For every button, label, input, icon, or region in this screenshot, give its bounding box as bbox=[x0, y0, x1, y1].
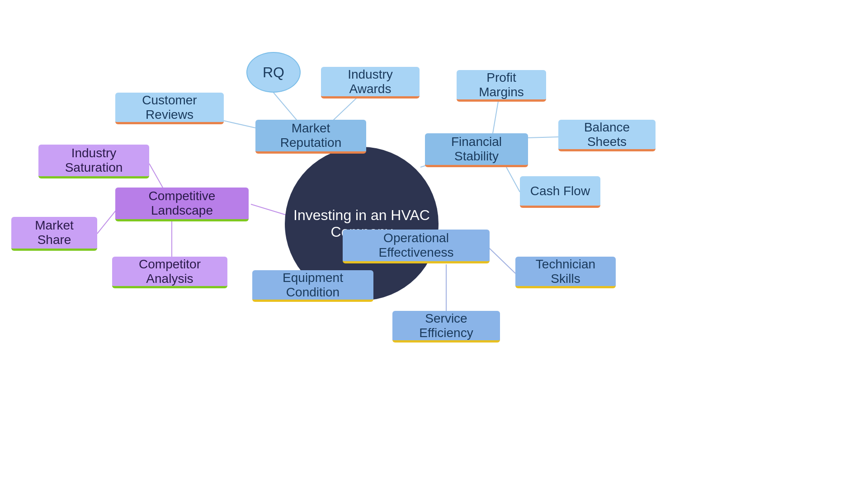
rq-node: RQ bbox=[246, 52, 301, 93]
svg-line-15 bbox=[488, 247, 515, 273]
svg-line-9 bbox=[149, 164, 163, 188]
customer-reviews-node: Customer Reviews bbox=[115, 93, 224, 124]
competitive-landscape-node: Competitive Landscape bbox=[115, 188, 249, 221]
industry-awards-node: Industry Awards bbox=[321, 67, 420, 99]
svg-line-6 bbox=[527, 137, 558, 138]
financial-stability-node: Financial Stability bbox=[425, 133, 528, 167]
operational-effectiveness-node: Operational Effectiveness bbox=[343, 230, 490, 263]
svg-line-7 bbox=[506, 167, 520, 192]
market-share-node: Market Share bbox=[11, 217, 97, 251]
svg-line-1 bbox=[274, 93, 298, 122]
competitor-analysis-node: Competitor Analysis bbox=[112, 257, 227, 288]
market-reputation-node: Market Reputation bbox=[255, 120, 366, 154]
balance-sheets-node: Balance Sheets bbox=[558, 120, 656, 151]
industry-saturation-node: Industry Saturation bbox=[38, 145, 149, 178]
equipment-condition-node: Equipment Condition bbox=[252, 270, 373, 302]
profit-margins-node: Profit Margins bbox=[457, 70, 546, 102]
service-efficiency-node: Service Efficiency bbox=[392, 311, 500, 343]
cash-flow-node: Cash Flow bbox=[520, 176, 600, 208]
technician-skills-node: Technician Skills bbox=[515, 257, 616, 288]
